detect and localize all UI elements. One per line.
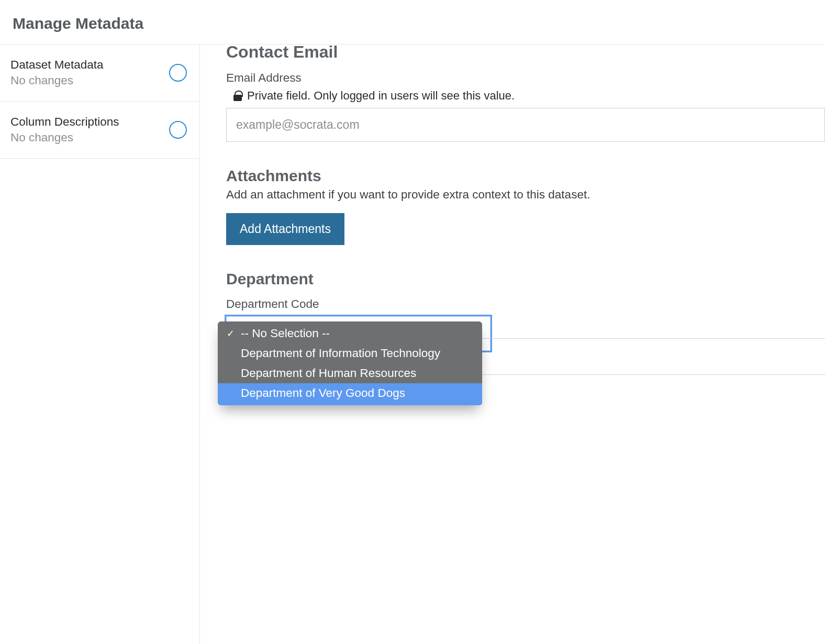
dropdown-option-label: Department of Human Resources bbox=[241, 367, 416, 380]
layout: Dataset Metadata No changes Column Descr… bbox=[0, 45, 825, 644]
private-field-note-text: Private field. Only logged in users will… bbox=[247, 89, 515, 103]
dropdown-option-label: Department of Information Technology bbox=[241, 347, 440, 360]
dropdown-option-hr[interactable]: Department of Human Resources bbox=[218, 363, 482, 383]
attachments-section: Attachments Add an attachment if you wan… bbox=[226, 167, 825, 245]
main-content: Contact Email Email Address Private fiel… bbox=[200, 45, 825, 644]
department-section: Department Department Code ✓ -- No Selec… bbox=[226, 270, 825, 351]
status-circle-icon bbox=[169, 121, 187, 139]
dropdown-option-label: Department of Very Good Dogs bbox=[241, 386, 405, 400]
dropdown-option-it[interactable]: Department of Information Technology bbox=[218, 343, 482, 363]
field-label-email-address: Email Address bbox=[226, 71, 825, 85]
field-label-department-code: Department Code bbox=[226, 297, 825, 311]
sidebar-item-subtitle: No changes bbox=[10, 74, 104, 87]
add-attachments-button[interactable]: Add Attachments bbox=[226, 213, 344, 245]
private-field-note: Private field. Only logged in users will… bbox=[233, 89, 825, 103]
section-heading-contact-email: Contact Email bbox=[226, 45, 825, 62]
department-code-dropdown: ✓ -- No Selection -- Department of Infor… bbox=[218, 321, 482, 405]
sidebar-item-labels: Dataset Metadata No changes bbox=[10, 58, 104, 87]
dropdown-option-dogs[interactable]: Department of Very Good Dogs bbox=[218, 383, 482, 405]
lock-icon bbox=[233, 91, 242, 101]
email-address-input[interactable] bbox=[226, 108, 825, 142]
section-heading-attachments: Attachments bbox=[226, 167, 825, 185]
sidebar-item-title: Dataset Metadata bbox=[10, 58, 104, 72]
attachments-description: Add an attachment if you want to provide… bbox=[226, 188, 825, 202]
sidebar-item-dataset-metadata[interactable]: Dataset Metadata No changes bbox=[0, 45, 199, 102]
page-header: Manage Metadata bbox=[0, 0, 825, 45]
section-heading-department: Department bbox=[226, 270, 825, 288]
dropdown-option-label: -- No Selection -- bbox=[241, 327, 330, 340]
status-circle-icon bbox=[169, 64, 187, 82]
sidebar-item-column-descriptions[interactable]: Column Descriptions No changes bbox=[0, 102, 199, 159]
check-icon: ✓ bbox=[225, 328, 236, 339]
dropdown-option-no-selection[interactable]: ✓ -- No Selection -- bbox=[218, 321, 482, 343]
department-code-select-wrap: ✓ -- No Selection -- Department of Infor… bbox=[226, 316, 490, 351]
contact-email-section: Contact Email Email Address Private fiel… bbox=[226, 45, 825, 142]
sidebar-item-title: Column Descriptions bbox=[10, 115, 119, 129]
sidebar: Dataset Metadata No changes Column Descr… bbox=[0, 45, 200, 644]
sidebar-item-labels: Column Descriptions No changes bbox=[10, 115, 119, 145]
sidebar-item-subtitle: No changes bbox=[10, 131, 119, 145]
page-title: Manage Metadata bbox=[13, 15, 812, 32]
